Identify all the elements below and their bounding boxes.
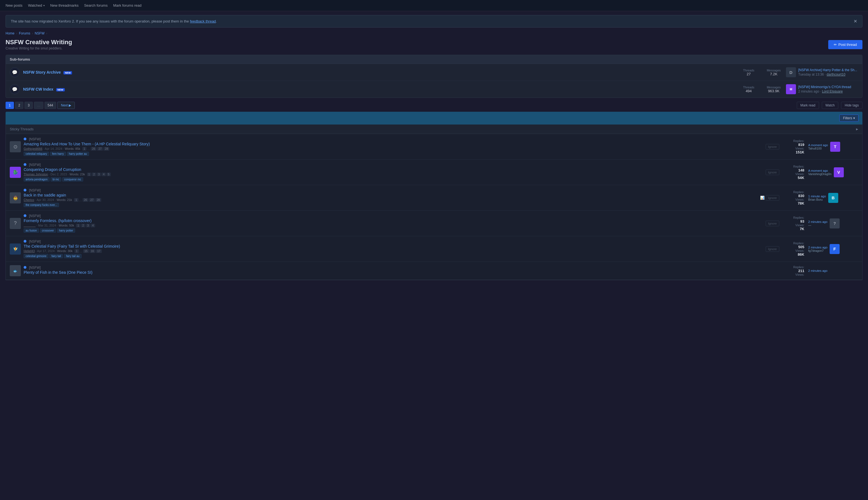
subforum-new-badge-story-archive: NEW [64, 71, 72, 75]
thread-status-dot-3 [24, 189, 26, 192]
tag-fairy-tail[interactable]: fairy tail [49, 254, 63, 258]
tag-fairy-tail-au[interactable]: fairy tail au [64, 254, 81, 258]
page-btn-544[interactable]: 544 [44, 102, 56, 109]
thread-prefix-6: [NSFW] [24, 266, 782, 270]
notification-close-button[interactable]: ✕ [854, 19, 857, 24]
ignore-button-2[interactable]: Ignore [766, 170, 779, 175]
thread-stats-2: Replies: 148 Views: 54K [782, 165, 804, 180]
watch-button[interactable]: Watch [822, 102, 838, 109]
page-header: NSFW Creative Writing Creative Writing f… [0, 37, 868, 55]
ignore-button-3[interactable]: Ignore [766, 195, 779, 201]
thread-last-info-2: A moment ago VanishingDrag0n [808, 169, 832, 176]
thread-tags-2: artoria pendragon bi mc conqueror mc [24, 177, 766, 181]
thread-last-time-1[interactable]: A moment ago [808, 144, 828, 147]
subforum-last-user-story-archive[interactable]: darthcourt10 [826, 72, 845, 77]
thread-last-user-3: Brian Boru [808, 198, 826, 201]
post-thread-button[interactable]: ✏ Post thread [828, 40, 863, 49]
ignore-button-4[interactable]: Ignore [766, 221, 779, 226]
thread-author-5[interactable]: Heliel43 [24, 249, 35, 253]
thread-author-2[interactable]: Thomas Johnston [24, 173, 48, 176]
page-title-area: NSFW Creative Writing Creative Writing f… [5, 38, 72, 50]
thread-title-link-2[interactable]: Conquering Dragon of Corruption [24, 167, 81, 172]
thread-title-link-4[interactable]: Formerly Formless. (hp/lotm crossover) [24, 218, 91, 223]
hide-tags-button[interactable]: Hide tags [841, 102, 863, 109]
tag-bi-mc[interactable]: bi mc [51, 177, 61, 181]
notification-bar: The site has now migrated to Xenforo 2. … [5, 15, 863, 27]
subforum-link-story-archive[interactable]: NSFW Story Archive [23, 70, 61, 75]
subforum-info-story-archive: NSFW Story Archive NEW [23, 70, 741, 75]
thread-last-time-5[interactable]: 2 minutes ago [808, 246, 827, 249]
page-btn-1[interactable]: 1 [5, 102, 14, 109]
thread-last-time-4[interactable]: 2 minutes ago [808, 220, 827, 224]
sticky-expand-arrow[interactable]: ▶ [856, 127, 858, 130]
thread-tags-4: au fusion crossover harry potter [24, 228, 766, 232]
thread-last-info-1: A moment ago Tahu8100 [808, 144, 828, 150]
tag-artoria-pendragon[interactable]: artoria pendragon [24, 177, 49, 181]
filters-bar: Filters ▾ [5, 112, 863, 125]
nav-mark-forums-read[interactable]: Mark forums read [113, 3, 142, 8]
tag-celestial-grimoire[interactable]: celestial grimoire [24, 254, 48, 258]
tag-company[interactable]: the company fucks ever... [24, 203, 59, 207]
thread-tags-1: celestial reliquary fem harry harry pott… [24, 152, 766, 156]
thread-stats-3: Replies: 830 Views: 78K [782, 190, 804, 205]
tag-harry-potter-au-1[interactable]: harry potter au [67, 152, 89, 156]
ignore-button-1[interactable]: Ignore [766, 144, 779, 149]
thread-main-6: [NSFW] Plenty of Fish in the Sea (One Pi… [24, 266, 782, 276]
tag-crossover[interactable]: crossover [40, 228, 56, 232]
thread-page-1-26[interactable]: 26 [91, 147, 97, 151]
main-container: Sub-forums 💬 NSFW Story Archive NEW Thre… [0, 55, 868, 280]
thread-last-time-6[interactable]: 2 minutes ago [808, 269, 827, 272]
thread-last-avatar-1: T [830, 142, 840, 152]
thread-row: ? [NSFW] Formerly Formless. (hp/lotm cro… [6, 211, 862, 236]
tag-conqueror-mc[interactable]: conqueror mc [62, 177, 83, 181]
thread-tags-3: the company fucks ever... [24, 203, 760, 207]
nav-search-forums[interactable]: Search forums [84, 3, 108, 8]
thread-prefix-2: [NSFW] [24, 163, 766, 167]
nav-watched[interactable]: Watched ▾ [28, 3, 45, 8]
breadcrumb-forums[interactable]: Forums [19, 31, 30, 35]
thread-page-1-1[interactable]: 1 [82, 147, 87, 151]
feedback-link[interactable]: feedback thread [190, 19, 216, 23]
tag-celestial-reliquary[interactable]: celestial reliquary [24, 152, 49, 156]
tag-fem-harry[interactable]: fem harry [50, 152, 66, 156]
thread-title-link-5[interactable]: The Celestial Fairy (Fairy Tail SI with … [24, 244, 120, 249]
nav-new-posts[interactable]: New posts [5, 3, 23, 8]
page-next-button[interactable]: Next ▶ [57, 102, 75, 109]
page-btn-3[interactable]: 3 [24, 102, 33, 109]
thread-pages-3: 1 … 26 27 28 [74, 198, 101, 202]
ignore-button-5[interactable]: Ignore [766, 246, 779, 252]
tag-harry-potter[interactable]: harry potter [57, 228, 75, 232]
subforum-last-title-story-archive[interactable]: [NSFW Archive] Harry Potter & the Sh... [798, 68, 857, 72]
thread-tags-5: celestial grimoire fairy tail fairy tail… [24, 254, 766, 258]
subforum-icon-story-archive: 💬 [10, 67, 20, 77]
thread-author-4[interactable]: _______ [24, 224, 36, 227]
page-subtitle: Creative Writing for the smut peddlers. [5, 46, 72, 50]
subforum-last-avatar-story-archive: D [786, 67, 796, 77]
breadcrumb-nsfw[interactable]: NSFW [35, 31, 44, 35]
thread-last-time-3[interactable]: 1 minute ago [808, 195, 826, 198]
thread-page-1-27[interactable]: 27 [97, 147, 103, 151]
thread-title-link-1[interactable]: Amazing Relics And How To Use Them - (A … [24, 142, 150, 146]
nav-new-threadmarks[interactable]: New threadmarks [50, 3, 79, 8]
thread-page-1-28[interactable]: 28 [103, 147, 109, 151]
mark-read-button[interactable]: Mark read [797, 102, 819, 109]
filters-button[interactable]: Filters ▾ [839, 114, 858, 122]
thread-last-time-2[interactable]: A moment ago [808, 169, 832, 172]
tag-au-fusion[interactable]: au fusion [24, 228, 39, 232]
thread-last-post-4: 2 minutes ago — ? [808, 218, 858, 228]
subforum-last-title-cw-index[interactable]: [NSFW] Minimorrigu's CYOA thread [798, 85, 851, 89]
thread-title-link-3[interactable]: Back in the saddle again [24, 193, 66, 197]
post-thread-icon: ✏ [834, 43, 837, 47]
thread-author-1[interactable]: Gothicjedi666 [24, 147, 42, 150]
thread-last-post-5: 2 minutes ago fg7dragon7 F [808, 244, 858, 254]
subforum-row-story-archive: 💬 NSFW Story Archive NEW Threads 27 Mess… [6, 64, 862, 81]
subforum-last-user-cw-index[interactable]: Lord Elsquare [822, 90, 843, 93]
page-btn-2[interactable]: 2 [15, 102, 23, 109]
thread-meta-4: _______ · Mar 31, 2024 · Words: 50k 1 2 … [24, 224, 766, 227]
thread-author-3[interactable]: Cherico [24, 198, 34, 202]
breadcrumb-home[interactable]: Home [5, 31, 14, 35]
thread-prefix-3: [NSFW] [24, 189, 760, 192]
subforum-link-cw-index[interactable]: NSFW CW Index [23, 87, 53, 91]
thread-title-link-6[interactable]: Plenty of Fish in the Sea (One Piece SI) [24, 270, 92, 275]
thread-pages-5: 1 … 15 16 17 [75, 249, 102, 253]
